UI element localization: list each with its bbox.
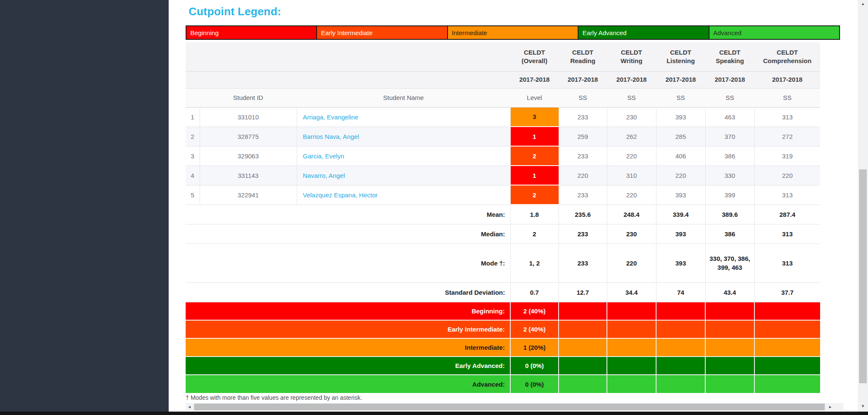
horizontal-scrollbar-thumb[interactable] — [194, 404, 825, 410]
col-header-celdt-speaking: CELDT Speaking — [705, 42, 754, 71]
level-cell: 2 — [510, 185, 559, 205]
scroll-down-arrow-icon[interactable]: ▼ — [858, 402, 868, 410]
legend-item-intermediate: Intermediate — [448, 26, 579, 39]
student-name-link[interactable]: Navarro, Angel — [303, 172, 345, 179]
col-header-celdt-reading: CELDT Reading — [559, 42, 607, 71]
stat-value: 393 — [656, 224, 705, 243]
stat-value: 37.7 — [754, 282, 820, 302]
summary-row-intermediate: Intermediate: 1 (20%) — [186, 338, 820, 357]
student-id-cell: 322941 — [200, 185, 297, 205]
legend-item-early-advanced: Early Advanced — [579, 26, 709, 39]
student-name-cell: Barrios Nava, Angel — [297, 127, 510, 146]
summary-label: Advanced: — [186, 375, 510, 393]
score-cell: 313 — [754, 107, 820, 127]
row-number: 1 — [186, 107, 200, 127]
vertical-scrollbar[interactable]: ▲ ▼ — [858, 0, 868, 415]
year-label: 2017-2018 — [510, 71, 559, 88]
scroll-left-arrow-icon[interactable]: ◄ — [186, 403, 193, 411]
score-cell: 233 — [559, 185, 607, 205]
stat-value: 235.6 — [559, 205, 607, 224]
score-cell: 220 — [754, 166, 820, 185]
stat-label: Mode †: — [186, 243, 510, 282]
stat-value: 330, 370, 386, 399, 463 — [705, 243, 754, 282]
scroll-up-arrow-icon[interactable]: ▲ — [858, 0, 868, 8]
score-cell: 399 — [705, 185, 754, 205]
cutpoint-legend: Beginning Early Intermediate Intermediat… — [186, 25, 840, 40]
student-row: 4 331143 Navarro, Angel 1 220 310 220 33… — [186, 166, 820, 185]
scroll-right-arrow-icon[interactable]: ► — [826, 403, 834, 411]
summary-label: Early Intermediate: — [186, 320, 510, 338]
student-name-link[interactable]: Barrios Nava, Angel — [303, 133, 359, 140]
col-header-celdt-overall: CELDT (Overall) — [510, 42, 559, 71]
score-cell: 233 — [559, 146, 607, 166]
vertical-scrollbar-thumb[interactable] — [859, 169, 867, 383]
report-screen: Cutpoint Legend: Beginning Early Interme… — [0, 0, 868, 415]
score-cell: 393 — [656, 107, 705, 127]
celdt-score-table: CELDT (Overall) CELDT Reading CELDT Writ… — [186, 42, 820, 393]
year-label: 2017-2018 — [559, 71, 607, 88]
stat-value: 386 — [705, 224, 754, 243]
header-row-test-groups: CELDT (Overall) CELDT Reading CELDT Writ… — [186, 42, 820, 71]
score-cell: 220 — [559, 166, 607, 185]
col-header-ss: SS — [705, 88, 754, 107]
col-header-ss: SS — [754, 88, 820, 107]
stat-value: 2 — [510, 224, 559, 243]
year-label: 2017-2018 — [754, 71, 820, 88]
student-name-cell: Velazquez Espana, Hector — [297, 185, 510, 205]
stat-label: Mean: — [186, 205, 510, 224]
col-header-ss: SS — [559, 88, 607, 107]
summary-row-beginning: Beginning: 2 (40%) — [186, 302, 820, 320]
stat-value: 74 — [656, 282, 705, 302]
report-content: Cutpoint Legend: Beginning Early Interme… — [169, 0, 858, 415]
mode-footnote: † Modes with more than five values are r… — [186, 394, 362, 401]
score-cell: 262 — [607, 127, 656, 146]
level-cell: 3 — [510, 107, 559, 127]
row-number: 5 — [186, 185, 200, 205]
summary-row-early-advanced: Early Advanced: 0 (0%) — [186, 357, 820, 375]
level-cell: 2 — [510, 146, 559, 166]
stat-value: 393 — [656, 243, 705, 282]
level-cell: 1 — [510, 127, 559, 146]
student-name-cell: Arriaga, Evangeline — [297, 107, 510, 127]
horizontal-scrollbar[interactable]: ◄ ► — [186, 403, 843, 411]
score-cell: 233 — [559, 107, 607, 127]
score-cell: 259 — [559, 127, 607, 146]
stat-value: 12.7 — [559, 282, 607, 302]
year-label: 2017-2018 — [607, 71, 656, 88]
col-header-celdt-writing: CELDT Writing — [607, 42, 656, 71]
score-cell: 272 — [754, 127, 820, 146]
year-label: 2017-2018 — [656, 71, 705, 88]
col-header-level: Level — [510, 88, 559, 107]
student-name-cell: Garcia, Evelyn — [297, 146, 510, 166]
col-header-celdt-listening: CELDT Listening — [656, 42, 705, 71]
level-cell: 1 — [510, 166, 559, 185]
stat-value: 1.8 — [510, 205, 559, 224]
score-cell: 463 — [705, 107, 754, 127]
student-id-cell: 331143 — [200, 166, 297, 185]
student-name-link[interactable]: Garcia, Evelyn — [303, 152, 345, 160]
student-name-link[interactable]: Velazquez Espana, Hector — [303, 191, 378, 199]
stat-row-standard-deviation: Standard Deviation: 0.7 12.7 34.4 74 43.… — [186, 282, 820, 302]
page-title: Cutpoint Legend: — [189, 5, 281, 18]
stat-value: 389.6 — [705, 205, 754, 224]
stat-value: 287.4 — [754, 205, 820, 224]
stat-value: 220 — [607, 243, 656, 282]
score-cell: 393 — [656, 185, 705, 205]
score-cell: 310 — [607, 166, 656, 185]
legend-item-advanced: Advanced — [709, 26, 839, 39]
stat-value: 233 — [559, 224, 607, 243]
stat-value: 1, 2 — [510, 243, 559, 282]
stat-row-median: Median: 2 233 230 393 386 313 — [186, 224, 820, 243]
student-name-link[interactable]: Arriaga, Evangeline — [303, 113, 359, 121]
score-cell: 220 — [607, 185, 656, 205]
stat-label: Standard Deviation: — [186, 282, 510, 302]
score-cell: 330 — [705, 166, 754, 185]
summary-label: Early Advanced: — [186, 357, 510, 375]
stat-value: 34.4 — [607, 282, 656, 302]
stat-value: 0.7 — [510, 282, 559, 302]
summary-count: 2 (40%) — [510, 320, 559, 338]
col-header-celdt-comprehension: CELDT Comprehension — [754, 42, 820, 71]
stat-value: 233 — [559, 243, 607, 282]
window-bottom-edge — [0, 412, 868, 415]
summary-label: Beginning: — [186, 302, 510, 320]
